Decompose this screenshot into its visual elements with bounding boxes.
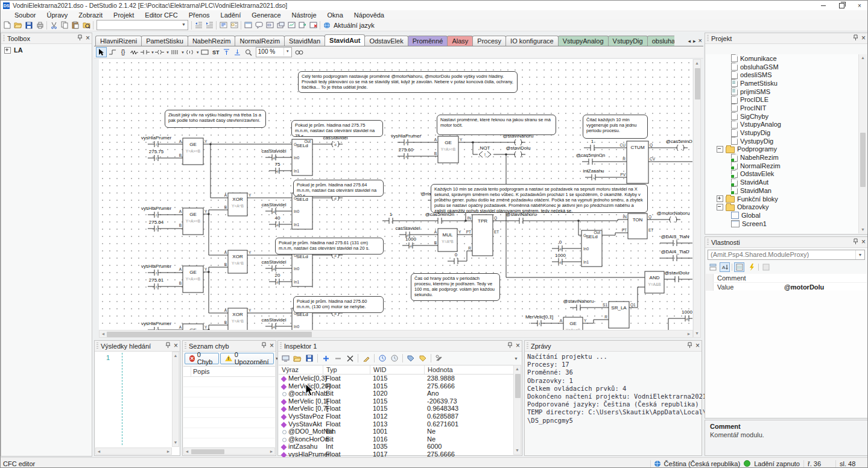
inspector-row[interactable]: MerVelic [0,1]Float1015-20639.73 [279, 397, 513, 405]
close-icon[interactable]: × [174, 341, 178, 350]
tree-item-prijmiSMS[interactable]: prijmiSMS [706, 87, 859, 96]
error-list-column-popis[interactable]: Popis [183, 367, 275, 377]
inspector-open-icon[interactable] [292, 353, 303, 364]
st-editor-tool[interactable]: ST [211, 47, 221, 57]
tree-item-StavidMan[interactable]: StavidMan [706, 186, 859, 195]
warnings-filter-button[interactable]: 0 Upozornění [220, 353, 274, 364]
tree-item-VystupyDig[interactable]: VystupyDig [706, 137, 859, 145]
close-icon[interactable]: × [695, 341, 700, 350]
cfc-coil[interactable] [673, 145, 688, 151]
properties-view-icon[interactable] [734, 262, 744, 272]
textbox-tool-icon[interactable] [200, 47, 211, 57]
inspector-minus-icon[interactable] [332, 353, 343, 364]
align-top-tool-icon[interactable] [221, 47, 232, 57]
cfc-comment[interactable]: Pokud je prům. hladina nad 275.75 m.n.m,… [291, 120, 383, 137]
property-grid[interactable]: CommentValue@motorDolu [706, 274, 867, 291]
menu-okna[interactable]: Okna [322, 11, 349, 19]
inspector-column-výraz[interactable]: Výraz [279, 365, 318, 374]
inspector-pen-icon[interactable] [361, 353, 372, 364]
vscrollbar[interactable]: ▲▼ [172, 352, 179, 447]
copy-icon[interactable] [59, 20, 70, 30]
vscrollbar[interactable]: ▲▼ [513, 365, 521, 455]
close-icon[interactable]: × [516, 341, 520, 350]
open-icon[interactable] [13, 20, 24, 30]
restore-button[interactable] [832, 1, 851, 10]
align-bottom-tool-icon[interactable] [232, 47, 243, 57]
inspector-column-typ[interactable]: Typ [323, 365, 368, 374]
close-icon[interactable]: × [86, 34, 90, 42]
property-pages-icon[interactable] [761, 262, 771, 272]
indent-icon[interactable] [204, 20, 215, 30]
menu-generace[interactable]: Generace [246, 11, 286, 19]
tree-item-SigChyby[interactable]: SigChyby [706, 112, 859, 121]
win-export-icon[interactable] [297, 20, 308, 30]
block-tool-icon[interactable]: {} [118, 47, 128, 57]
cfc-coil[interactable] [511, 139, 525, 145]
tab-VstupyAnalog[interactable]: VstupyAnalog [558, 36, 609, 46]
inspector-tag-blue-icon[interactable] [405, 353, 416, 364]
close-icon[interactable]: × [861, 34, 866, 42]
tree-item-Screen1[interactable]: Screen1 [706, 220, 859, 228]
win-form-icon[interactable] [264, 20, 275, 30]
hscrollbar[interactable]: ◄► [95, 447, 172, 455]
wire-tool-icon[interactable] [107, 47, 118, 57]
expand-icon[interactable] [717, 204, 723, 210]
inspector-row[interactable]: VysStavAktFloat10130.6271601 [279, 420, 513, 428]
property-row-comment[interactable]: Comment [706, 274, 867, 283]
close-icon[interactable]: × [270, 341, 274, 350]
inspector-xx-icon[interactable] [344, 353, 355, 364]
cfc-contact[interactable] [513, 218, 530, 224]
cfc-contact[interactable] [667, 240, 683, 246]
tab-HlavniRizeni[interactable]: HlavniRizeni [95, 36, 142, 46]
cfc-coil[interactable] [511, 151, 525, 157]
tree-item-NormalRezim[interactable]: NormalRezim [706, 162, 859, 170]
tree-item-NabehRezim[interactable]: NabehRezim [706, 153, 859, 162]
tree-item-ProcINIT[interactable]: ProcINIT [706, 104, 859, 112]
tree-item-Obrazovky[interactable]: Obrazovky [706, 203, 859, 211]
tab-Proměnné[interactable]: Proměnné [408, 36, 448, 46]
tab-IO konfigurace[interactable]: IO konfigurace [505, 36, 559, 46]
cfc-contact[interactable] [584, 145, 601, 151]
menu-přenos[interactable]: Přenos [183, 11, 215, 19]
save-icon[interactable] [24, 20, 34, 30]
menu-ladění[interactable]: Ladění [215, 11, 247, 19]
win-bubble-icon[interactable] [253, 20, 264, 30]
expand-icon[interactable] [717, 146, 723, 153]
tree-item-PametStisku[interactable]: PametStisku [706, 79, 859, 87]
tree-item-Komunikace[interactable]: Komunikace [706, 54, 859, 63]
tree-item-OdstavElek[interactable]: OdstavElek [706, 170, 859, 179]
property-value[interactable]: @motorDolu [781, 283, 867, 291]
menu-nástroje[interactable]: Nástroje [287, 11, 322, 19]
inspector-row[interactable]: MerVelic[0,20]Float1015275.6666 [279, 382, 513, 390]
inspector-save-icon[interactable] [304, 353, 315, 364]
cfc-contact[interactable] [667, 255, 683, 261]
pin-icon[interactable] [853, 34, 858, 42]
properties-object-selector[interactable]: (Amit.Psp4.Shared.ModuleProxy)▼ [708, 250, 865, 260]
inspector-row[interactable]: @ochranNabBit1020Ano [279, 390, 513, 397]
cfc-contact[interactable] [668, 276, 685, 282]
inspector-table[interactable]: VýrazTypWIDHodnota MerVelic[0,3]Float101… [279, 365, 513, 455]
coil-tool-icon[interactable] [154, 47, 165, 57]
pin-icon[interactable] [853, 238, 858, 245]
tab-StavidMan[interactable]: StavidMan [284, 36, 325, 46]
pin-icon[interactable] [687, 342, 692, 349]
hscrollbar[interactable]: ◄► [183, 447, 275, 455]
cfc-comment[interactable]: Pokud je prům. hladina nad 275.64 m.n.m,… [293, 180, 384, 197]
tab-scroll-left-icon[interactable]: ◂ [688, 38, 691, 44]
find-tool-icon[interactable] [294, 47, 305, 57]
tree-item-VstupyDig[interactable]: VstupyDig [706, 128, 859, 137]
tab-scroll-right-icon[interactable]: ▸ [693, 38, 696, 44]
menu-zobrazit[interactable]: Zobrazit [73, 11, 108, 19]
tree-item-Funkční-bloky[interactable]: Funkční bloky [706, 195, 859, 203]
menu-editor-cfc[interactable]: Editor CFC [139, 11, 183, 19]
zoom-level-combobox[interactable]: 100 %▼ [256, 47, 292, 57]
paste-icon[interactable] [70, 20, 81, 30]
tree-item-StavidAut[interactable]: StavidAut [706, 178, 859, 186]
tab-OdstavElek[interactable]: OdstavElek [364, 36, 408, 46]
win-cancel-icon[interactable] [308, 20, 318, 30]
tree-item-Global[interactable]: Global [706, 211, 859, 220]
menu-nápověda[interactable]: Nápověda [349, 11, 390, 19]
cfc-contact[interactable] [382, 218, 399, 224]
inspector-column-hodnota[interactable]: Hodnota [424, 365, 515, 374]
close-button[interactable]: × [851, 1, 868, 10]
